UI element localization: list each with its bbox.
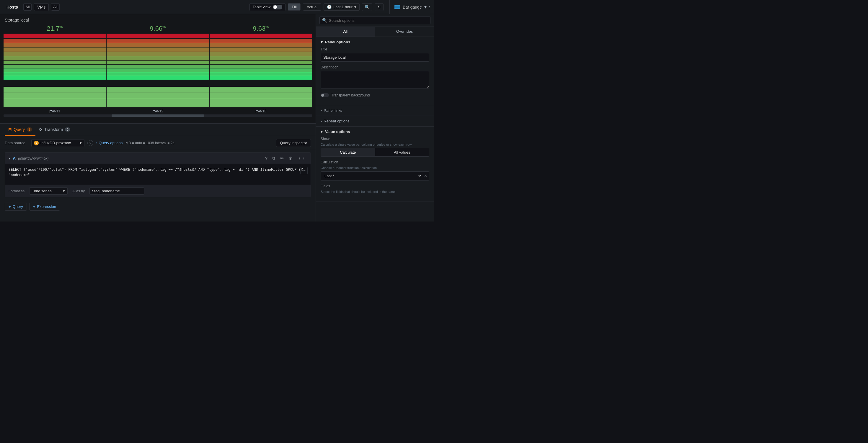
bar-row <box>4 43 106 47</box>
format-as-label: Format as <box>8 189 25 193</box>
bar-row <box>106 39 209 43</box>
add-expression-button[interactable]: + Expression <box>29 203 60 211</box>
alias-input[interactable] <box>89 187 144 195</box>
panel-type-next[interactable]: › <box>429 4 430 10</box>
transparent-toggle[interactable] <box>321 93 329 97</box>
bar-spacer <box>210 80 312 87</box>
table-view-toggle: Table view <box>249 3 286 11</box>
refresh-button[interactable]: ↻ <box>375 3 383 11</box>
query-options-row: Format as Time series ▾ Alias by <box>5 184 311 197</box>
description-option-row: Description <box>321 65 429 90</box>
bar-row <box>210 56 312 61</box>
title-input[interactable] <box>321 53 429 62</box>
time-range-label: Last 1 hour <box>333 5 352 9</box>
transparent-toggle-row: Transparent background <box>321 93 429 97</box>
table-view-switch[interactable] <box>273 5 282 9</box>
bar-spacer <box>4 80 106 87</box>
query-options-link[interactable]: › Query options <box>96 141 123 145</box>
panel-options-section: ▾ Panel options Title Description Transp… <box>316 37 434 105</box>
actual-button[interactable]: Actual <box>303 3 321 11</box>
value-options-title: Value options <box>325 130 350 134</box>
title-option-label: Title <box>321 47 429 51</box>
query-meta: MD = auto = 1038 Interval = 2s <box>125 141 174 145</box>
query-delete-button[interactable]: 🗑 <box>287 155 294 161</box>
bar-row <box>106 61 209 64</box>
bar-charts: 21.7% <box>4 25 312 113</box>
panel-links-header[interactable]: › Panel links <box>316 105 434 115</box>
clear-calculation-button[interactable]: ✕ <box>422 173 429 179</box>
scrollbar-thumb[interactable] <box>112 114 204 117</box>
format-select[interactable]: Time series ▾ <box>29 187 68 195</box>
fields-label: Fields <box>321 184 429 188</box>
bar-row <box>4 99 106 107</box>
time-range-button[interactable]: 🕐 Last 1 hour ▾ <box>323 3 360 11</box>
query-block-a: ▾ A (InfluxDB-proxmox) ? ⧉ 👁 🗑 ⋮⋮ SELECT… <box>5 152 311 197</box>
alias-label: Alias by <box>72 189 85 193</box>
plus-icon: + <box>33 204 35 209</box>
bar-row <box>210 52 312 56</box>
bar-row <box>4 72 106 76</box>
query-toggle-visibility-button[interactable]: 👁 <box>279 155 285 161</box>
chevron-down-icon: ▾ <box>321 130 323 134</box>
bar-row <box>4 39 106 43</box>
panel-links-label: Panel links <box>323 108 342 113</box>
chart-scrollbar[interactable] <box>4 114 312 117</box>
bar-row <box>4 52 106 56</box>
chevron-right-icon: › <box>321 119 322 123</box>
bar-row <box>106 65 209 68</box>
bar-row <box>106 72 209 76</box>
query-badge: 1 <box>27 128 32 132</box>
bar-spacer <box>106 80 209 87</box>
bar-row <box>210 47 312 52</box>
query-help-button[interactable]: ? <box>264 155 269 161</box>
query-inspector-button[interactable]: Query inspector <box>276 139 311 147</box>
bar-row <box>210 72 312 76</box>
bar-percentage-2: 9.66% <box>150 25 166 32</box>
query-icon: ⊞ <box>8 127 12 132</box>
description-textarea[interactable] <box>321 71 429 89</box>
bar-label-1: pve-11 <box>49 109 60 113</box>
bar-row <box>210 39 312 43</box>
bar-row <box>4 65 106 68</box>
bar-row <box>106 47 209 52</box>
chart-title: Storage local <box>4 18 312 23</box>
bar-row <box>210 93 312 99</box>
datasource-label: Data source <box>5 141 28 145</box>
value-options-header[interactable]: ▾ Value options <box>316 127 434 137</box>
repeat-options-header[interactable]: › Repeat options <box>316 116 434 126</box>
bar-label-3: pve-13 <box>255 109 266 113</box>
show-label: Show <box>321 137 429 141</box>
calculation-select[interactable]: Last * <box>321 172 422 180</box>
tab-transform[interactable]: ⟳ Transform 0 <box>35 124 73 136</box>
panel-options-title: Panel options <box>325 40 350 44</box>
tab-query[interactable]: ⊞ Query 1 <box>5 124 35 136</box>
tab-all[interactable]: All <box>316 27 375 37</box>
calculation-dropdown: Last * ✕ <box>321 171 429 180</box>
datasource-select[interactable]: ● InfluxDB-proxmox ▾ <box>31 139 85 147</box>
panel-type-expand[interactable]: ▾ <box>424 4 427 10</box>
vms-all-select[interactable]: All <box>51 3 59 11</box>
panel-links-section: › Panel links <box>316 105 434 116</box>
calculate-button[interactable]: Calculate <box>321 148 375 156</box>
query-source-label: (InfluxDB-proxmox) <box>18 156 49 161</box>
bar-stack-2 <box>106 34 209 107</box>
zoom-out-button[interactable]: 🔍 <box>362 3 372 11</box>
info-icon[interactable]: ? <box>87 140 93 146</box>
add-query-button[interactable]: + Query <box>5 203 27 211</box>
all-values-button[interactable]: All values <box>375 148 429 156</box>
hosts-button[interactable]: Hosts <box>4 4 21 11</box>
search-input-wrap: 🔍 <box>319 16 430 24</box>
bar-row <box>4 87 106 93</box>
query-drag-handle[interactable]: ⋮⋮ <box>297 155 307 161</box>
fill-button[interactable]: Fill <box>288 3 301 11</box>
panel-options-header[interactable]: ▾ Panel options <box>316 37 434 47</box>
vms-button[interactable]: VMs <box>34 3 49 11</box>
chevron-down-icon: ▾ <box>80 141 82 145</box>
bar-row <box>210 87 312 93</box>
hosts-all-select[interactable]: All <box>23 3 32 11</box>
edit-sql-button[interactable]: ✏ <box>300 167 308 174</box>
query-copy-button[interactable]: ⧉ <box>271 155 276 161</box>
collapse-button[interactable]: ▾ <box>8 156 10 161</box>
search-input[interactable] <box>329 18 428 23</box>
tab-overrides[interactable]: Overrides <box>375 27 434 37</box>
